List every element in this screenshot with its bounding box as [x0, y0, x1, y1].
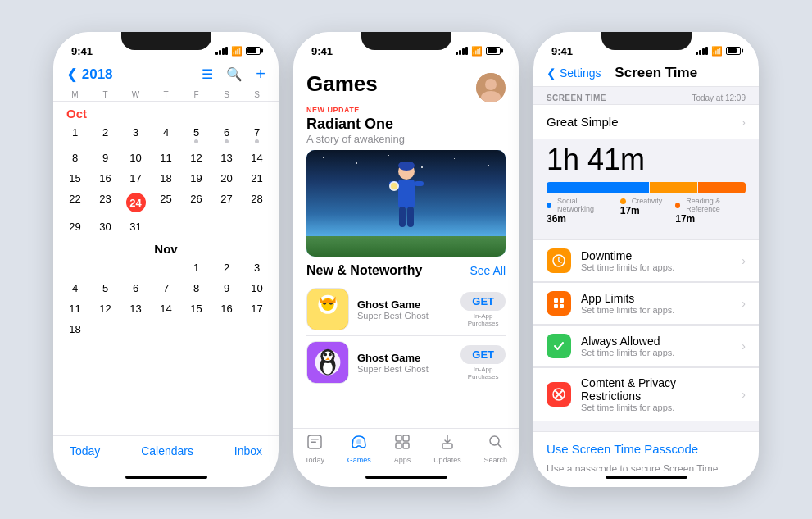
- wifi-icon-2: 📶: [471, 46, 483, 57]
- table-row[interactable]: 5: [181, 122, 211, 148]
- st-menu-text-alwaysallowed: Always Allowed Set time limits for apps.: [581, 335, 732, 357]
- table-row[interactable]: 6: [211, 122, 242, 148]
- tab-games[interactable]: Games: [347, 434, 371, 464]
- cal-search-icon[interactable]: 🔍: [226, 66, 243, 82]
- table-row[interactable]: 18: [60, 319, 90, 339]
- table-row[interactable]: 3: [120, 122, 151, 148]
- day-label-t2: T: [151, 89, 181, 101]
- table-row[interactable]: 23: [90, 189, 120, 216]
- table-row[interactable]: 12: [90, 298, 120, 319]
- table-row[interactable]: 18: [151, 168, 181, 189]
- table-row[interactable]: 1: [60, 122, 90, 148]
- svg-point-1: [485, 79, 497, 90]
- tab-search[interactable]: Search: [484, 434, 508, 464]
- table-row[interactable]: 1: [181, 257, 211, 278]
- table-row[interactable]: 25: [151, 189, 181, 216]
- table-row[interactable]: 3: [242, 257, 272, 278]
- st-passcode-link[interactable]: Use Screen Time Passcode: [547, 442, 746, 456]
- st-menu-alwaysallowed[interactable]: Always Allowed Set time limits for apps.…: [533, 325, 759, 367]
- table-row[interactable]: 10: [120, 148, 151, 168]
- as-get-btn-2[interactable]: GET: [460, 345, 506, 364]
- phone-screen-3: 9:41 📶 ❮ Settings Screen Time: [533, 32, 759, 487]
- tab-apps[interactable]: Apps: [394, 434, 411, 464]
- st-menu-downtime[interactable]: Downtime Set time limits for apps. ›: [533, 240, 759, 282]
- st-device-row[interactable]: Great Simple ›: [533, 104, 759, 139]
- avatar[interactable]: [476, 73, 506, 102]
- as-app-info-1: Ghost Game Super Best Ghost: [357, 298, 452, 321]
- table-row[interactable]: 15: [181, 298, 211, 319]
- table-row[interactable]: 30: [90, 216, 120, 237]
- as-get-btn-1[interactable]: GET: [460, 292, 506, 311]
- st-menu-sub-downtime: Set time limits for apps.: [581, 262, 732, 272]
- games-tab-icon: [351, 434, 367, 454]
- status-time-2: 9:41: [311, 45, 333, 57]
- cal-nav: ❮ 2018 ☰ 🔍 +: [53, 61, 279, 89]
- st-section-header: SCREEN TIME Today at 12:09: [533, 87, 759, 104]
- table-row[interactable]: 26: [181, 189, 211, 216]
- as-featured-image[interactable]: [306, 150, 506, 257]
- cal-inbox-btn[interactable]: Inbox: [234, 444, 262, 458]
- st-icon-privacy: [547, 382, 571, 407]
- st-menu-applimits[interactable]: App Limits Set time limits for apps. ›: [533, 282, 759, 325]
- st-menu-privacy[interactable]: Comtent & Privacy Restrictions Set time …: [533, 367, 759, 421]
- st-bar-labels: Social Networking 36m Creativity 17m: [533, 197, 759, 233]
- svg-rect-34: [403, 443, 409, 448]
- svg-rect-41: [554, 304, 558, 308]
- cal-add-icon[interactable]: +: [256, 65, 265, 84]
- cal-today-btn[interactable]: Today: [70, 444, 100, 458]
- table-row[interactable]: 10: [242, 278, 272, 298]
- as-see-all-btn[interactable]: See All: [470, 264, 506, 277]
- cal-back-btn[interactable]: ❮ 2018: [66, 66, 113, 83]
- phone-2: 9:41 📶 Games: [293, 32, 519, 487]
- table-row[interactable]: 2: [90, 122, 120, 148]
- table-row[interactable]: 11: [151, 148, 181, 168]
- svg-rect-29: [311, 442, 316, 444]
- st-bar-creativity: [650, 182, 697, 193]
- tab-today[interactable]: Today: [305, 434, 324, 464]
- day-label-s1: S: [211, 89, 242, 101]
- st-section-label: SCREEN TIME: [547, 93, 606, 102]
- table-row[interactable]: 14: [242, 148, 272, 168]
- svg-rect-9: [407, 207, 414, 227]
- tab-updates[interactable]: Updates: [433, 434, 461, 464]
- table-row[interactable]: 22: [60, 189, 90, 216]
- table-row[interactable]: 19: [181, 168, 211, 189]
- svg-rect-39: [554, 298, 558, 303]
- table-row[interactable]: 17: [242, 298, 272, 319]
- table-row[interactable]: 20: [211, 168, 242, 189]
- st-back-btn[interactable]: ❮ Settings: [547, 66, 601, 80]
- cal-menu-icon[interactable]: ☰: [202, 66, 213, 82]
- svg-rect-40: [560, 298, 564, 303]
- cal-calendars-btn[interactable]: Calendars: [141, 444, 193, 458]
- table-row[interactable]: 8: [181, 278, 211, 298]
- st-section-date: Today at 12:09: [692, 93, 746, 102]
- table-row[interactable]: 5: [90, 278, 120, 298]
- table-row[interactable]: 4: [60, 278, 90, 298]
- table-row[interactable]: 31: [120, 216, 151, 237]
- table-row[interactable]: 13: [120, 298, 151, 319]
- table-row[interactable]: 17: [120, 168, 151, 189]
- table-row[interactable]: 7: [242, 122, 272, 148]
- table-row[interactable]: 16: [211, 298, 242, 319]
- table-row[interactable]: 7: [151, 278, 181, 298]
- table-row[interactable]: 13: [211, 148, 242, 168]
- table-row[interactable]: 15: [60, 168, 90, 189]
- table-row[interactable]: 27: [211, 189, 242, 216]
- table-row[interactable]: 12: [181, 148, 211, 168]
- table-row[interactable]: 9: [90, 148, 120, 168]
- tab-games-label: Games: [347, 456, 371, 464]
- table-row[interactable]: 29: [60, 216, 90, 237]
- table-row[interactable]: 2: [211, 257, 242, 278]
- table-row[interactable]: 21: [242, 168, 272, 189]
- table-row[interactable]: 11: [60, 298, 90, 319]
- table-row[interactable]: 6: [120, 278, 151, 298]
- table-row[interactable]: 24: [120, 189, 151, 216]
- status-icons-1: 📶: [215, 46, 261, 57]
- table-row[interactable]: 16: [90, 168, 120, 189]
- table-row[interactable]: 9: [211, 278, 242, 298]
- table-row[interactable]: 14: [151, 298, 181, 319]
- table-row[interactable]: 4: [151, 122, 181, 148]
- svg-point-24: [324, 353, 327, 356]
- table-row[interactable]: 28: [242, 189, 272, 216]
- table-row[interactable]: 8: [60, 148, 90, 168]
